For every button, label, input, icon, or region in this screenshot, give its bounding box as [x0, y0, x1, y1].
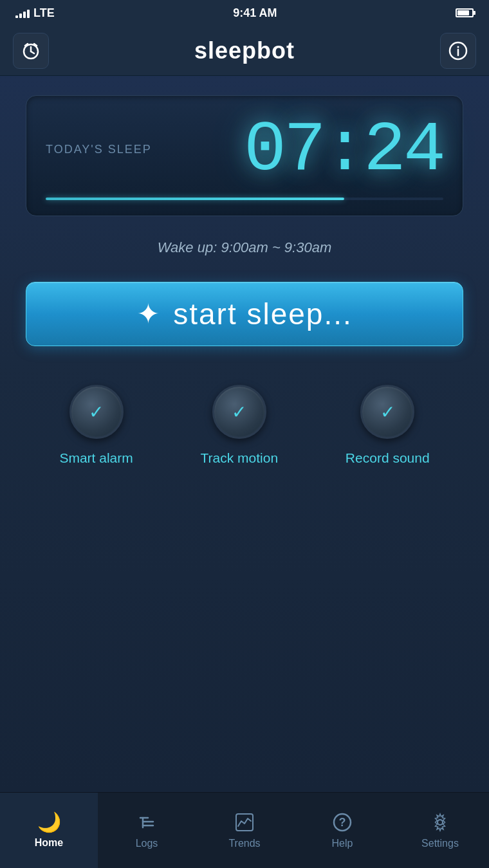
settings-icon: [430, 812, 450, 833]
record-sound-label: Record sound: [346, 450, 430, 466]
home-icon: 🌙: [37, 813, 61, 832]
start-sleep-label: start sleep...: [173, 297, 353, 331]
tab-logs-label: Logs: [136, 838, 158, 849]
svg-point-15: [438, 820, 443, 825]
tab-settings[interactable]: Settings: [391, 793, 489, 868]
tab-help-label: Help: [332, 838, 353, 849]
battery-fill: [457, 10, 469, 15]
tab-help[interactable]: ? Help: [293, 793, 391, 868]
tab-home[interactable]: 🌙 Home: [0, 793, 98, 868]
track-motion-check: ✓: [232, 402, 246, 423]
record-sound-check: ✓: [380, 402, 395, 423]
tab-trends[interactable]: Trends: [196, 793, 293, 868]
battery-icon: [456, 8, 474, 17]
info-icon: [448, 41, 468, 61]
record-sound-knob: ✓: [360, 385, 414, 439]
alarm-icon: [21, 41, 41, 61]
tab-bar: 🌙 Home Logs Trends ? Help Settings: [0, 792, 489, 868]
info-button[interactable]: [440, 33, 476, 69]
tab-home-label: Home: [35, 837, 63, 849]
smart-alarm-knob: ✓: [69, 385, 124, 439]
sleep-label: TODAY'S SLEEP: [46, 143, 152, 156]
smart-alarm-check: ✓: [89, 402, 104, 423]
start-sleep-button[interactable]: ✦ start sleep...: [26, 282, 463, 346]
signal-bar-1: [15, 15, 18, 18]
tab-logs[interactable]: Logs: [98, 793, 196, 868]
record-sound-toggle[interactable]: ✓ Record sound: [346, 385, 430, 466]
smart-alarm-toggle[interactable]: ✓ Smart alarm: [59, 385, 133, 466]
title-part1: sleep: [194, 37, 257, 64]
alarm-button[interactable]: [13, 33, 49, 69]
svg-point-6: [457, 46, 459, 48]
logs-icon: [136, 812, 157, 833]
sleep-progress-fill: [46, 198, 344, 200]
smart-alarm-label: Smart alarm: [59, 450, 133, 466]
help-icon: ?: [332, 812, 353, 833]
signal-bar-3: [23, 12, 26, 18]
track-motion-toggle[interactable]: ✓ Track motion: [201, 385, 279, 466]
trends-icon: [234, 812, 255, 833]
svg-text:?: ?: [339, 816, 346, 829]
wakeup-text: Wake up: 9:00am ~ 9:30am: [158, 239, 331, 256]
toggles-row: ✓ Smart alarm ✓ Track motion ✓ Record so…: [26, 385, 463, 466]
track-motion-label: Track motion: [201, 450, 279, 466]
status-time: 9:41 AM: [233, 6, 277, 20]
carrier-label: LTE: [33, 6, 55, 20]
title-part2: bot: [257, 37, 295, 64]
status-right: [456, 8, 474, 17]
signal-bar-4: [27, 10, 30, 18]
tab-trends-label: Trends: [228, 838, 260, 849]
status-left: LTE: [15, 6, 55, 20]
nav-bar: sleepbot: [0, 26, 489, 76]
app-title: sleepbot: [194, 37, 295, 64]
signal-bars: [15, 8, 30, 18]
sparkle-icon: ✦: [136, 300, 160, 328]
svg-line-2: [31, 51, 34, 53]
status-bar: LTE 9:41 AM: [0, 0, 489, 26]
main-content: TODAY'S SLEEP 07:24 Wake up: 9:00am ~ 9:…: [0, 76, 489, 792]
sleep-time-display: 07:24: [244, 115, 443, 186]
sleep-card: TODAY'S SLEEP 07:24: [26, 95, 463, 216]
svg-rect-12: [236, 814, 253, 831]
signal-bar-2: [19, 14, 22, 18]
track-motion-knob: ✓: [212, 385, 266, 439]
sleep-progress-container: [46, 198, 443, 200]
tab-settings-label: Settings: [421, 838, 459, 849]
